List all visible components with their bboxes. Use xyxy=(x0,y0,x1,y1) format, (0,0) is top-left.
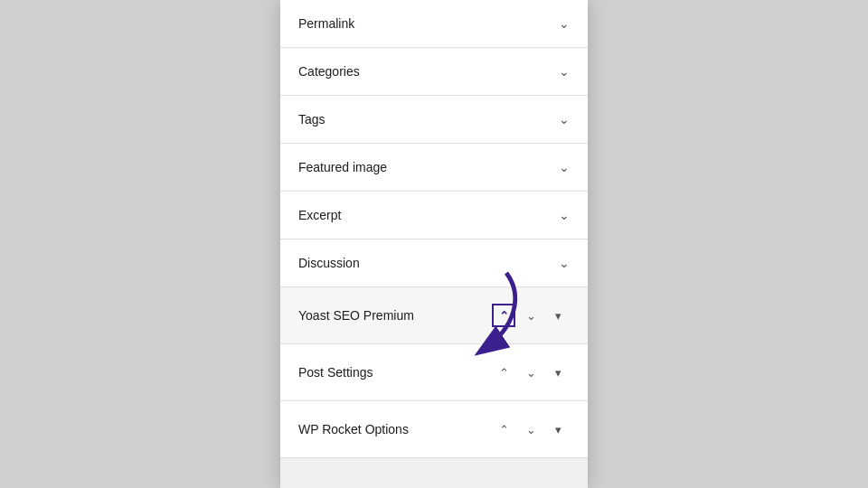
accordion-row-wp-rocket[interactable]: WP Rocket Options ⌃ ⌄ ▾ xyxy=(280,401,588,457)
accordion-item-discussion: Discussion ⌄ xyxy=(280,239,588,287)
yoast-more-button[interactable]: ▾ xyxy=(546,304,570,327)
accordion-label-yoast-seo: Yoast SEO Premium xyxy=(298,308,414,323)
chevron-down-icon-featured-image: ⌄ xyxy=(559,160,570,174)
accordion-row-permalink[interactable]: Permalink ⌄ xyxy=(280,0,588,47)
accordion-label-discussion: Discussion xyxy=(298,256,360,270)
yoast-up-button[interactable]: ⌃ xyxy=(492,304,515,327)
accordion-label-categories: Categories xyxy=(298,64,360,79)
accordion-item-categories: Categories ⌄ xyxy=(280,48,588,96)
post-settings-more-button[interactable]: ▾ xyxy=(546,361,570,384)
accordion-item-post-settings: Post Settings ⌃ ⌄ ▾ xyxy=(280,344,588,401)
chevron-down-icon-permalink: ⌄ xyxy=(559,16,570,31)
wp-rocket-more-button[interactable]: ▾ xyxy=(546,418,570,441)
chevron-down-icon-tags: ⌄ xyxy=(559,112,570,127)
post-settings-down-button[interactable]: ⌄ xyxy=(519,361,542,384)
yoast-down-button[interactable]: ⌄ xyxy=(519,304,542,327)
accordion-label-permalink: Permalink xyxy=(298,16,354,31)
post-settings-controls: ⌃ ⌄ ▾ xyxy=(492,361,570,384)
post-settings-up-button[interactable]: ⌃ xyxy=(492,361,515,384)
accordion-item-wp-rocket: WP Rocket Options ⌃ ⌄ ▾ xyxy=(280,401,588,458)
yoast-seo-controls: ⌃ ⌄ ▾ xyxy=(492,304,570,327)
accordion-label-excerpt: Excerpt xyxy=(298,208,341,222)
wp-rocket-controls: ⌃ ⌄ ▾ xyxy=(492,418,570,441)
chevron-down-icon-categories: ⌄ xyxy=(559,64,570,79)
accordion-label-wp-rocket: WP Rocket Options xyxy=(298,422,409,436)
accordion-item-featured-image: Featured image ⌄ xyxy=(280,144,588,192)
accordion-item-excerpt: Excerpt ⌄ xyxy=(280,192,588,239)
wp-rocket-down-button[interactable]: ⌄ xyxy=(519,418,542,441)
accordion-label-tags: Tags xyxy=(298,112,326,127)
accordion-row-post-settings[interactable]: Post Settings ⌃ ⌄ ▾ xyxy=(280,344,588,400)
accordion-row-discussion[interactable]: Discussion ⌄ xyxy=(280,239,588,286)
accordion-row-excerpt[interactable]: Excerpt ⌄ xyxy=(280,192,588,239)
accordion-row-featured-image[interactable]: Featured image ⌄ xyxy=(280,144,588,191)
chevron-down-icon-excerpt: ⌄ xyxy=(559,208,570,222)
accordion-label-featured-image: Featured image xyxy=(298,160,387,174)
accordion-item-yoast-seo: Yoast SEO Premium ⌃ ⌄ ▾ xyxy=(280,287,588,344)
settings-panel: Permalink ⌄ Categories ⌄ Tags ⌄ Featured… xyxy=(280,0,588,488)
chevron-down-icon-discussion: ⌄ xyxy=(559,256,570,270)
wp-rocket-up-button[interactable]: ⌃ xyxy=(492,418,515,441)
accordion-row-categories[interactable]: Categories ⌄ xyxy=(280,48,588,95)
accordion-row-tags[interactable]: Tags ⌄ xyxy=(280,96,588,143)
accordion-item-permalink: Permalink ⌄ xyxy=(280,0,588,48)
accordion-label-post-settings: Post Settings xyxy=(298,365,373,380)
accordion-row-yoast-seo[interactable]: Yoast SEO Premium ⌃ ⌄ ▾ xyxy=(280,287,588,343)
accordion-item-tags: Tags ⌄ xyxy=(280,96,588,144)
